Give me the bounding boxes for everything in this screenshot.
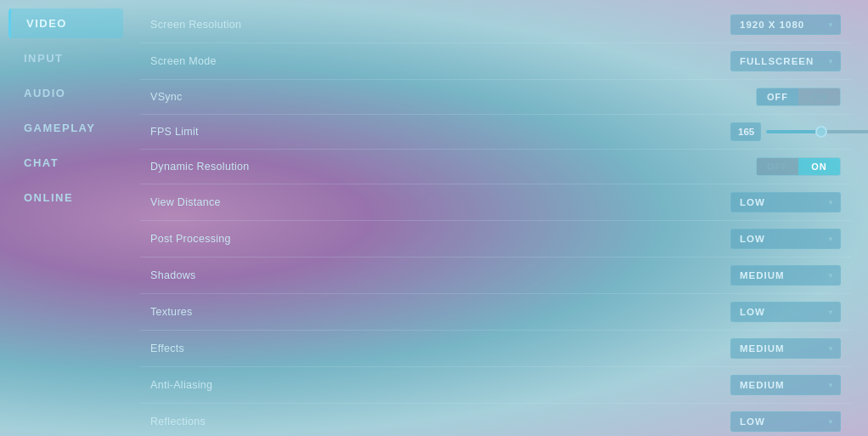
toggle-btn-dynamic-resolution-off[interactable]: OFF [757, 158, 798, 175]
setting-row-dynamic-resolution: Dynamic ResolutionOFFON [140, 150, 851, 184]
setting-label-anti-aliasing: Anti-Aliasing [150, 379, 212, 391]
dropdown-wrapper-textures: LOWMEDIUMHIGHEPIC [730, 302, 841, 322]
dropdown-wrapper-screen-mode: FULLSCREENWINDOWEDBORDERLESS [730, 51, 841, 71]
setting-row-anti-aliasing: Anti-AliasingLOWMEDIUMHIGHEPIC [140, 367, 851, 404]
slider-value-fps-limit: 165 [730, 122, 761, 141]
sidebar-item-gameplay[interactable]: GAMEPLAY [8, 113, 123, 143]
dropdown-wrapper-reflections: LOWMEDIUMHIGHEPIC [730, 411, 841, 432]
setting-label-view-distance: View Distance [150, 196, 221, 208]
setting-label-screen-mode: Screen Mode [150, 55, 217, 67]
dropdown-screen-mode[interactable]: FULLSCREENWINDOWEDBORDERLESS [730, 51, 841, 71]
toggle-btn-vsync-off[interactable]: OFF [757, 88, 798, 105]
sidebar: VIDEOINPUTAUDIOGAMEPLAYCHATONLINE [0, 0, 132, 436]
dropdown-screen-resolution[interactable]: 1920 X 10801600 X 9001280 X 7201024 X 76… [730, 14, 841, 35]
dropdown-wrapper-shadows: LOWMEDIUMHIGHEPIC [730, 265, 841, 286]
toggle-btn-vsync-on[interactable]: ON [798, 88, 840, 105]
dropdown-effects[interactable]: LOWMEDIUMHIGHEPIC [730, 338, 841, 359]
setting-row-vsync: VSyncOFFON [140, 80, 851, 115]
dropdown-view-distance[interactable]: LOWMEDIUMHIGHEPIC [730, 192, 841, 212]
dropdown-shadows[interactable]: LOWMEDIUMHIGHEPIC [730, 265, 841, 286]
setting-row-effects: EffectsLOWMEDIUMHIGHEPIC [140, 331, 851, 367]
setting-label-post-processing: Post Processing [150, 233, 231, 245]
dropdown-post-processing[interactable]: LOWMEDIUMHIGHEPIC [730, 229, 841, 249]
toggle-vsync: OFFON [756, 88, 841, 106]
setting-label-reflections: Reflections [150, 416, 206, 428]
setting-label-fps-limit: FPS Limit [150, 126, 199, 138]
toggle-btn-dynamic-resolution-on[interactable]: ON [798, 158, 840, 175]
dropdown-anti-aliasing[interactable]: LOWMEDIUMHIGHEPIC [730, 375, 841, 395]
setting-row-reflections: ReflectionsLOWMEDIUMHIGHEPIC [140, 404, 851, 436]
sidebar-item-audio[interactable]: AUDIO [8, 78, 123, 108]
slider-wrapper-fps-limit: 165 [730, 122, 841, 141]
slider-input-fps-limit[interactable] [766, 130, 868, 133]
setting-row-screen-mode: Screen ModeFULLSCREENWINDOWEDBORDERLESS [140, 43, 851, 80]
toggle-dynamic-resolution: OFFON [756, 157, 841, 176]
dropdown-reflections[interactable]: LOWMEDIUMHIGHEPIC [730, 411, 841, 432]
setting-label-effects: Effects [150, 343, 184, 354]
sidebar-item-online[interactable]: ONLINE [8, 183, 123, 212]
dropdown-wrapper-post-processing: LOWMEDIUMHIGHEPIC [730, 229, 841, 249]
setting-row-shadows: ShadowsLOWMEDIUMHIGHEPIC [140, 258, 851, 294]
setting-label-textures: Textures [150, 306, 193, 318]
sidebar-item-input[interactable]: INPUT [8, 43, 123, 73]
setting-label-screen-resolution: Screen Resolution [150, 19, 241, 31]
setting-row-post-processing: Post ProcessingLOWMEDIUMHIGHEPIC [140, 221, 851, 258]
app-container: VIDEOINPUTAUDIOGAMEPLAYCHATONLINE Screen… [0, 0, 868, 436]
dropdown-wrapper-screen-resolution: 1920 X 10801600 X 9001280 X 7201024 X 76… [730, 14, 841, 35]
setting-label-dynamic-resolution: Dynamic Resolution [150, 161, 250, 173]
setting-row-fps-limit: FPS Limit165 [140, 115, 851, 150]
dropdown-wrapper-view-distance: LOWMEDIUMHIGHEPIC [730, 192, 841, 212]
setting-label-vsync: VSync [150, 91, 183, 103]
setting-row-view-distance: View DistanceLOWMEDIUMHIGHEPIC [140, 184, 851, 221]
setting-row-textures: TexturesLOWMEDIUMHIGHEPIC [140, 294, 851, 331]
sidebar-item-video[interactable]: VIDEO [8, 8, 123, 38]
dropdown-wrapper-anti-aliasing: LOWMEDIUMHIGHEPIC [730, 375, 841, 395]
setting-row-screen-resolution: Screen Resolution1920 X 10801600 X 90012… [140, 7, 851, 43]
settings-panel: Screen Resolution1920 X 10801600 X 90012… [132, 0, 868, 436]
dropdown-wrapper-effects: LOWMEDIUMHIGHEPIC [730, 338, 841, 359]
sidebar-item-chat[interactable]: CHAT [8, 148, 123, 178]
setting-label-shadows: Shadows [150, 269, 196, 281]
dropdown-textures[interactable]: LOWMEDIUMHIGHEPIC [730, 302, 841, 322]
